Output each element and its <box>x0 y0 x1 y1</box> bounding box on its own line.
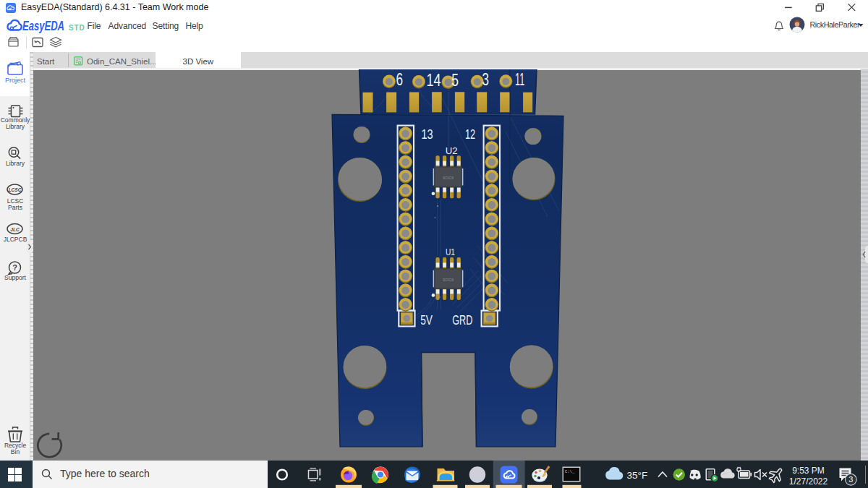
svg-text:Parts: Parts <box>8 204 22 211</box>
svg-text:Library: Library <box>6 123 25 130</box>
svg-text:5V: 5V <box>420 312 433 328</box>
svg-text:3: 3 <box>482 69 490 89</box>
svg-text:GRD: GRD <box>452 312 472 328</box>
svg-text:13: 13 <box>422 127 433 142</box>
svg-text:?: ? <box>12 263 17 272</box>
svg-text:Bin: Bin <box>11 448 20 455</box>
svg-text:U2: U2 <box>446 145 458 156</box>
svg-text:3: 3 <box>848 475 853 484</box>
svg-text:Library: Library <box>6 160 25 167</box>
svg-text:12: 12 <box>465 127 475 142</box>
svg-text:Commonly: Commonly <box>1 116 30 124</box>
svg-text:LCSC: LCSC <box>9 187 22 192</box>
svg-text:5: 5 <box>451 70 459 90</box>
svg-text:1/27/2022: 1/27/2022 <box>789 476 828 487</box>
svg-text:JLC: JLC <box>10 227 20 232</box>
svg-text:Project: Project <box>5 77 26 84</box>
svg-text:EasyEDA: EasyEDA <box>22 19 64 33</box>
svg-text:U1: U1 <box>446 247 455 257</box>
svg-text:14: 14 <box>427 70 441 90</box>
svg-text:11: 11 <box>515 69 524 89</box>
svg-text:9:53 PM: 9:53 PM <box>792 466 825 476</box>
svg-text:C:\_: C:\_ <box>565 469 575 474</box>
svg-text:STD: STD <box>69 24 85 32</box>
svg-text:6: 6 <box>396 69 404 89</box>
svg-text:Support: Support <box>4 274 26 281</box>
svg-text:35°F: 35°F <box>627 470 648 481</box>
svg-text:JLCPCB: JLCPCB <box>4 236 27 243</box>
